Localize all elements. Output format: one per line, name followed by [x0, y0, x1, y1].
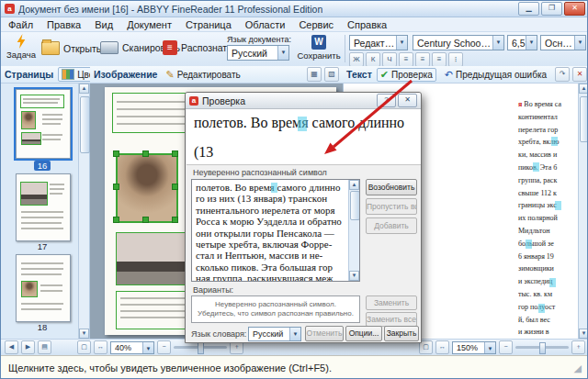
menu-tools[interactable]: Сервис — [299, 19, 334, 30]
zoom-in-icon[interactable]: ＋ — [571, 340, 585, 354]
dictionary-language-label: Язык словаря: — [191, 329, 246, 339]
dictionary-language-select[interactable]: Русский ▼ — [248, 327, 301, 341]
status-text: Щелкните здесь, чтобы увидеть увеличенно… — [8, 362, 332, 373]
menu-page[interactable]: Страница — [186, 19, 232, 30]
check-icon: ✔ — [380, 70, 389, 79]
dialog-help-button[interactable]: ? — [377, 94, 396, 107]
add-button[interactable]: Добавить — [366, 217, 417, 234]
undo-button[interactable]: Отменить — [305, 326, 344, 341]
dialog-close-button[interactable]: ✕ — [398, 94, 417, 107]
dialog-title-bar[interactable]: a Проверка ? ✕ — [186, 93, 421, 109]
chevron-down-icon: ▼ — [574, 36, 585, 50]
image-zoom-slider[interactable] — [174, 346, 227, 349]
recognized-text-column: я Во время са континентал перелета гор х… — [518, 98, 584, 339]
edit-image-button[interactable]: ✎ Редактировать — [162, 68, 243, 82]
menu-file[interactable]: Файл — [8, 19, 33, 30]
underline-icon[interactable]: Ч — [382, 52, 397, 67]
font-size-select[interactable]: 6,5 ▼ — [507, 35, 537, 50]
region-handle[interactable] — [113, 150, 119, 157]
menu-areas[interactable]: Области — [245, 19, 286, 30]
page-number-16: 16 — [16, 161, 69, 171]
close-dialog-button[interactable]: Закрыть — [384, 326, 419, 341]
align-right-icon[interactable]: ≡ — [432, 52, 447, 67]
pages-panel-header: Страницы Цветной — [1, 66, 90, 84]
options-button[interactable]: Опции... — [345, 326, 382, 341]
fit-width-icon[interactable]: ↔ — [94, 340, 107, 354]
variants-box[interactable]: Неуверенно распознанный символ. Убедитес… — [191, 295, 360, 323]
uncertain-char-highlight — [526, 240, 532, 249]
font-family-select[interactable]: Century Schoolbook ▼ — [413, 35, 504, 50]
image-panel-title: Изображение — [94, 69, 157, 80]
align-left-icon[interactable]: ≡ — [399, 52, 413, 67]
region-handle[interactable] — [142, 150, 149, 157]
replace-button[interactable]: Заменить — [366, 295, 417, 310]
delete-area-icon[interactable]: ▧ — [324, 67, 339, 82]
chevron-down-icon: ▼ — [142, 342, 153, 353]
region-handle[interactable] — [113, 217, 119, 223]
page-thumbnail-17[interactable] — [16, 173, 71, 241]
list-icon[interactable]: ⁝ — [448, 52, 463, 67]
dialog-icon: a — [189, 96, 198, 106]
delete-text-icon[interactable]: ✕ — [572, 67, 587, 82]
page-thumbnail-16[interactable] — [16, 89, 71, 159]
image-zoom-select[interactable]: 40% ▼ — [110, 341, 154, 354]
task-button[interactable]: Задача — [5, 34, 38, 60]
style-select[interactable]: Основной ▼ — [540, 35, 586, 50]
status-bar[interactable]: Щелкните здесь, чтобы увидеть увеличенно… — [1, 355, 588, 379]
menu-document[interactable]: Документ — [127, 19, 172, 30]
zoom-out-icon[interactable]: − — [499, 340, 513, 354]
next-error-icon[interactable]: ↷ — [555, 67, 570, 82]
save-button[interactable]: W Сохранить — [295, 35, 343, 61]
current-char-marker: я — [518, 100, 522, 108]
uncertain-symbol-label: Неуверенно распознанный символ — [193, 168, 327, 177]
title-bar: a Документ без имени [16] - ABBYY FineRe… — [1, 1, 588, 17]
edit-mode-select[interactable]: Редактировать ▼ — [349, 35, 408, 50]
fit-page-icon[interactable]: ▢ — [77, 340, 91, 354]
chevron-down-icon: ▼ — [526, 36, 537, 50]
previous-error-button[interactable]: ↶ Предыдущая ошибка — [441, 68, 550, 82]
chevron-down-icon: ▼ — [484, 342, 495, 353]
skip-all-button[interactable]: Пропустить всё — [366, 198, 417, 215]
word-save-icon: W — [311, 35, 326, 50]
verification-text-editor[interactable]: полетов. Во время самого длинно го из ни… — [191, 179, 360, 282]
minimize-button[interactable]: ▁ — [518, 2, 539, 16]
uncertain-char-highlight — [549, 278, 556, 287]
editor-scrollbar[interactable]: ▲ ▼ — [348, 180, 359, 281]
color-swatch-icon — [62, 69, 74, 80]
ship-photo-region[interactable] — [116, 232, 193, 285]
italic-icon[interactable]: К — [366, 52, 380, 67]
page-prev-icon[interactable]: ◀ — [5, 340, 18, 354]
maximize-button[interactable]: ❐ — [541, 2, 562, 16]
region-handle[interactable] — [113, 184, 119, 190]
resize-grip[interactable]: ◢ — [574, 362, 582, 374]
page-next-icon[interactable]: ▶ — [21, 340, 35, 354]
document-language-select[interactable]: Русский ▼ — [227, 45, 289, 61]
region-handle[interactable] — [142, 217, 149, 223]
zoom-out-icon[interactable]: − — [157, 340, 171, 354]
bold-icon[interactable]: Ж — [349, 52, 364, 67]
text-zoom-slider[interactable] — [515, 346, 569, 349]
region-handle[interactable] — [172, 217, 178, 223]
menu-edit[interactable]: Правка — [47, 19, 81, 30]
open-button[interactable]: Открыть — [41, 41, 101, 55]
text-scrollbar[interactable]: ▲ ▼ — [578, 84, 588, 339]
menu-help[interactable]: Справка — [347, 19, 387, 30]
task-icon — [16, 34, 27, 49]
verify-button[interactable]: ✔ Проверка — [377, 68, 436, 82]
resume-button[interactable]: Возобновить — [366, 179, 417, 195]
page-thumbnail-18[interactable] — [16, 254, 71, 322]
text-zoom-select[interactable]: 150% ▼ — [452, 341, 496, 354]
region-handle[interactable] — [172, 150, 178, 157]
portrait-photo-region[interactable] — [116, 153, 178, 223]
menu-view[interactable]: Вид — [95, 19, 113, 30]
region-handle[interactable] — [172, 184, 178, 190]
pages-scrollbar[interactable]: ▲ ▼ — [78, 84, 89, 339]
window-title: Документ без имени [16] - ABBYY FineRead… — [18, 4, 322, 15]
page-list-icon[interactable]: ▤ — [38, 340, 51, 354]
fit-width-icon[interactable]: ↔ — [435, 340, 449, 354]
close-button[interactable]: ✕ — [564, 2, 585, 16]
replace-all-button[interactable]: Заменить все — [366, 312, 417, 327]
recognize-button[interactable]: ≡ Распознать — [163, 40, 232, 55]
analyze-area-icon[interactable]: ▦ — [307, 67, 322, 82]
align-center-icon[interactable]: ≡ — [415, 52, 430, 67]
